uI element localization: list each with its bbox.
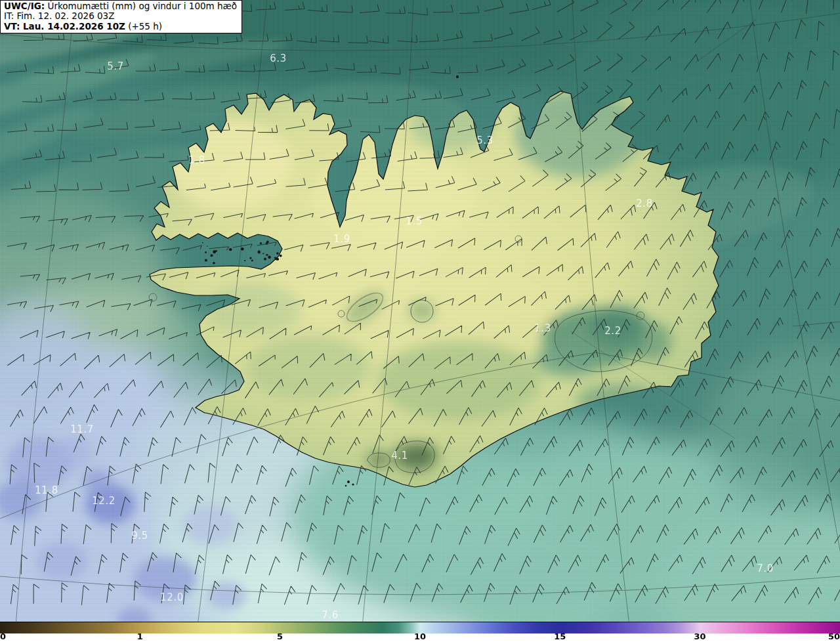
precip-blob xyxy=(377,341,541,420)
colorbar-label: 1 xyxy=(137,632,143,641)
precip-blob xyxy=(207,582,246,610)
island-dot xyxy=(257,251,261,254)
precip-blob xyxy=(134,557,197,601)
island-dot xyxy=(213,262,215,265)
colorbar-label: 5 xyxy=(277,632,283,641)
forecast-offset: (+55 h) xyxy=(125,21,162,32)
island-dot xyxy=(202,242,203,244)
colorbar-label: 15 xyxy=(554,632,566,641)
colorbar-label: 50 xyxy=(828,632,840,641)
island-dot xyxy=(251,260,253,262)
island-dot xyxy=(266,241,268,243)
island-dot xyxy=(276,257,278,260)
weather-map xyxy=(0,0,840,622)
island-dot xyxy=(352,483,354,485)
init-time-line: IT: Fim. 12. 02. 2026 03Z xyxy=(4,11,237,21)
valid-time: VT: Lau. 14.02.2026 10Z xyxy=(4,21,125,32)
island-dot xyxy=(280,255,282,257)
island-dot xyxy=(345,485,347,487)
island-dot xyxy=(347,481,350,483)
island-dot xyxy=(241,247,244,251)
island-dot xyxy=(211,254,213,257)
island-dot xyxy=(264,258,266,261)
weather-map-window: 5.76.35.32.81.81.91.51.32.24.111.711.812… xyxy=(0,0,840,642)
valid-time-line: VT: Lau. 14.02.2026 10Z (+55 h) xyxy=(4,22,237,32)
island-dot xyxy=(205,259,207,262)
island-dot xyxy=(229,248,232,251)
precip-blob xyxy=(246,335,371,400)
precip-blob xyxy=(36,542,89,581)
island-dot xyxy=(260,242,262,244)
precip-blob xyxy=(412,445,437,461)
island-dot xyxy=(268,256,270,259)
island-dot xyxy=(266,254,268,256)
island-dot xyxy=(276,252,279,255)
colorbar-labels: 01510153050 xyxy=(0,633,840,642)
island-dot xyxy=(207,246,208,247)
island-dot xyxy=(262,253,264,254)
product-id: UWC/IG: xyxy=(4,1,45,11)
island-dot xyxy=(244,260,245,261)
title-box: UWC/IG: Úrkomumætti (mm) og vindur i 100… xyxy=(0,0,242,33)
product-description: Úrkomumætti (mm) og vindur i 100m hæð xyxy=(45,1,237,11)
island-dot xyxy=(205,251,207,253)
island-dot xyxy=(249,257,251,259)
title-line-product: UWC/IG: Úrkomumætti (mm) og vindur i 100… xyxy=(4,1,237,11)
precip-blob xyxy=(83,469,112,493)
island-dot xyxy=(215,250,217,252)
colorbar-label: 10 xyxy=(414,632,426,641)
colorbar-label: 30 xyxy=(694,632,706,641)
colorbar-label: 0 xyxy=(0,632,6,641)
precip-blob xyxy=(51,437,93,469)
precip-blob xyxy=(522,217,633,282)
island-dot xyxy=(456,75,459,78)
